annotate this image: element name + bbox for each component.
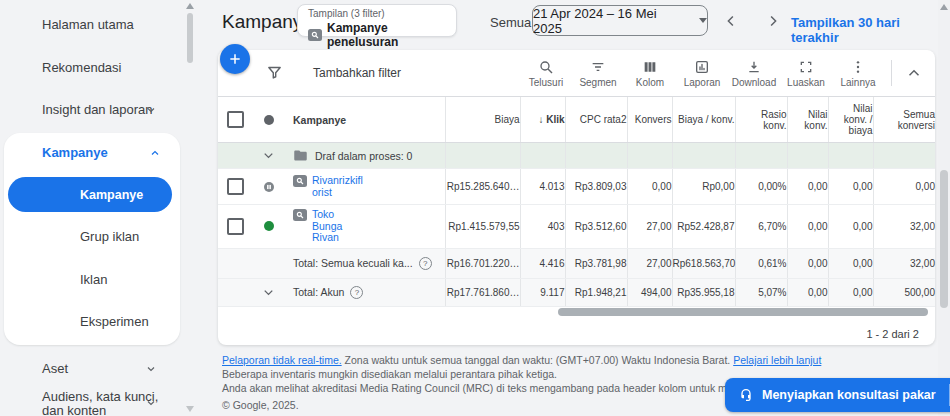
toolbar-action-laporan[interactable]: Laporan xyxy=(676,59,728,88)
table-horizontal-scrollbar[interactable] xyxy=(558,308,928,316)
view-filter-chip[interactable]: Tampilan (3 filter) Kampanye penelusuran xyxy=(297,4,457,37)
report-icon xyxy=(694,59,710,75)
toolbar-action-luaskan[interactable]: Luaskan xyxy=(780,59,832,88)
metric-cell: Rp3.809,03 xyxy=(565,169,627,205)
expert-consult-button[interactable]: Menyiapkan konsultasi pakar xyxy=(725,387,949,403)
column-header-cpc-rata2[interactable]: CPC rata2 xyxy=(565,97,627,143)
campaign-name-link[interactable]: Rivanrizkiflorist xyxy=(312,175,363,198)
table-horizontal-scrollbar-track xyxy=(218,307,935,317)
column-header-rasio-konv-[interactable]: Rasio konv. xyxy=(735,97,787,143)
sidebar-scrollbar[interactable] xyxy=(187,13,193,63)
sidebar-campaign-section: Kampanye Kampanye Grup iklan Iklan Ekspe… xyxy=(4,133,180,345)
pagination-label: 1 - 2 dari 2 xyxy=(866,328,919,340)
select-all-checkbox[interactable] xyxy=(227,111,244,128)
sidebar-item-kampanye-selected[interactable]: Kampanye xyxy=(8,177,172,212)
metric-cell: Rp3.781,98 xyxy=(565,248,627,278)
sidebar-item-rekomendasi[interactable]: Rekomendasi xyxy=(42,60,122,75)
toolbar-action-telusuri[interactable]: Telusuri xyxy=(520,59,572,88)
metric-cell: 4.013 xyxy=(520,169,565,205)
date-next-button[interactable] xyxy=(764,12,782,30)
sidebar-item-iklan[interactable]: Iklan xyxy=(80,272,107,287)
toolbar-action-download[interactable]: Download xyxy=(728,59,780,88)
footer-link-realtime[interactable]: Pelaporan tidak real-time. xyxy=(222,354,342,366)
add-filter-button[interactable]: Tambahkan filter xyxy=(313,66,401,80)
column-header-konvers[interactable]: Konvers xyxy=(627,97,672,143)
metric-cell: 32,00 xyxy=(873,205,935,249)
metric-cell: 0,00 xyxy=(787,248,828,278)
toolbar-action-label: Luaskan xyxy=(787,77,825,88)
toolbar-action-label: Kolom xyxy=(636,77,664,88)
expert-consult-banner: Menyiapkan konsultasi pakar xyxy=(725,378,950,412)
total-row-label: Total: Akun xyxy=(293,286,344,298)
toolbar-action-kolom[interactable]: Kolom xyxy=(624,59,676,88)
metric-cell: Rp35.955,18 xyxy=(672,278,735,306)
expert-consult-label: Menyiapkan konsultasi pakar xyxy=(762,388,936,402)
toolbar-action-label: Download xyxy=(732,77,776,88)
metric-cell: Rp0,00 xyxy=(672,169,735,205)
column-header-nilai-konv-biaya[interactable]: Nilai konv. / biaya xyxy=(828,97,873,143)
sidebar-item-label: Insight dan laporan xyxy=(42,102,153,117)
metric-cell: 403 xyxy=(520,205,565,249)
metric-cell: Rp3.512,60 xyxy=(565,205,627,249)
total-row-label: Total: Semua kecuali ka... xyxy=(293,257,413,269)
sidebar-item-eksperimen[interactable]: Eksperimen xyxy=(80,314,149,329)
help-icon[interactable]: ? xyxy=(350,286,363,299)
status-paused-icon[interactable] xyxy=(264,182,274,192)
sidebar-item-grup-iklan[interactable]: Grup iklan xyxy=(80,229,139,244)
column-header-kampanye[interactable]: Kampanye xyxy=(285,97,445,143)
chevron-down-icon[interactable] xyxy=(261,148,276,163)
add-campaign-button[interactable] xyxy=(220,44,250,74)
sidebar-item-audiens[interactable]: Audiens, kata kunci, dan konten xyxy=(42,390,197,416)
sidebar-scroll-up-arrow[interactable] xyxy=(186,3,194,9)
metric-cell: 4.416 xyxy=(520,248,565,278)
metric-cell: Rp618.563,70 xyxy=(672,248,735,278)
metric-cell: 0,00 xyxy=(787,169,828,205)
sidebar-item-label: Rekomendasi xyxy=(42,60,122,75)
collapse-table-toolbar-button[interactable] xyxy=(899,64,929,82)
row-checkbox[interactable] xyxy=(227,178,244,195)
page-scrollbar[interactable] xyxy=(940,170,948,308)
more-icon xyxy=(850,59,866,75)
search-icon xyxy=(538,59,554,75)
column-header-semua-konversi[interactable]: Semua konversi xyxy=(873,97,935,143)
download-icon xyxy=(746,59,762,75)
metric-cell: Rp16.701.220… xyxy=(445,248,520,278)
show-last-30-days-link[interactable]: Tampilkan 30 hari terakhir xyxy=(791,15,950,45)
date-scope-label: Semua xyxy=(490,15,531,30)
expand-icon xyxy=(798,59,814,75)
metric-cell: Rp52.428,87 xyxy=(672,205,735,249)
metric-cell: 0,00 xyxy=(828,205,873,249)
sidebar-item-aset[interactable]: Aset xyxy=(42,361,172,376)
chevron-down-icon xyxy=(145,363,157,375)
row-checkbox[interactable] xyxy=(227,218,244,235)
metric-cell: 0,00 xyxy=(828,169,873,205)
chevron-down-icon[interactable] xyxy=(261,285,276,300)
column-header-nilai-konv-[interactable]: Nilai konv. xyxy=(787,97,828,143)
date-prev-button[interactable] xyxy=(722,12,740,30)
campaign-row: TokoBungaRivanRp1.415.579,55403Rp3.512,6… xyxy=(218,205,935,249)
sidebar-item-insight-dan-laporan[interactable]: Insight dan laporan xyxy=(42,102,172,117)
toolbar-action-segmen[interactable]: Segmen xyxy=(572,59,624,88)
metric-cell: 0,00% xyxy=(735,169,787,205)
metric-cell: 0,00 xyxy=(828,278,873,306)
page-scroll-up-arrow[interactable] xyxy=(940,4,948,10)
dropdown-caret-icon xyxy=(699,18,707,23)
column-header-klik[interactable]: ↓ Klik xyxy=(520,97,565,143)
toolbar-action-label: Segmen xyxy=(579,77,616,88)
funnel-icon[interactable] xyxy=(266,64,283,81)
search-campaign-badge-icon xyxy=(293,209,307,221)
campaign-name-link[interactable]: TokoBungaRivan xyxy=(312,209,342,244)
chevron-down-icon xyxy=(145,104,157,116)
help-icon[interactable]: ? xyxy=(419,257,432,270)
metric-cell: 0,00 xyxy=(787,278,828,306)
date-range-picker[interactable]: 21 Apr 2024 – 16 Mei 2025 xyxy=(532,5,708,36)
column-header-biaya[interactable]: Biaya xyxy=(445,97,520,143)
sidebar-item-kampanye-parent[interactable]: Kampanye xyxy=(42,145,172,160)
status-enabled-icon[interactable] xyxy=(264,221,274,231)
footer-link-learn-more[interactable]: Pelajari lebih lanjut xyxy=(733,354,821,366)
metric-cell: 500,00 xyxy=(873,278,935,306)
column-header-biaya-konv-[interactable]: Biaya / konv. xyxy=(672,97,735,143)
sidebar-scroll-down-arrow[interactable] xyxy=(186,406,194,412)
sidebar-item-halaman-utama[interactable]: Halaman utama xyxy=(42,17,134,32)
toolbar-action-lainnya[interactable]: Lainnya xyxy=(832,59,884,88)
